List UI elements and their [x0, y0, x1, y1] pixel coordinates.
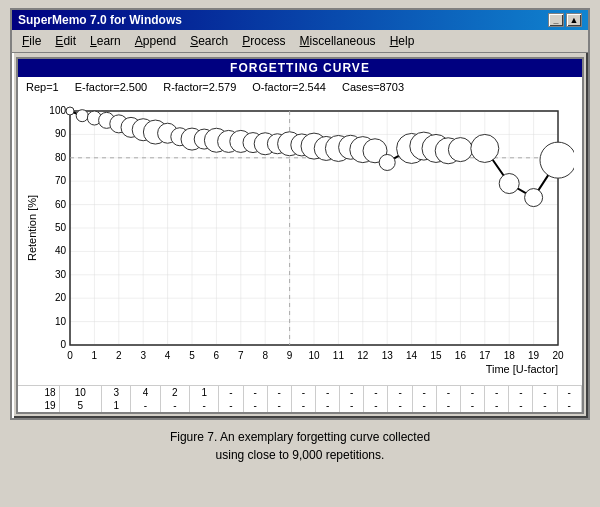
menu-append[interactable]: Append: [129, 32, 182, 50]
table-cell: -: [340, 399, 364, 412]
chart-data-table: 18103421---------------1951-------------…: [18, 385, 582, 412]
table-cell: -: [291, 399, 315, 412]
table-cell: -: [364, 399, 388, 412]
chart-area: [18, 97, 582, 385]
table-cell: -: [340, 386, 364, 399]
menu-bar: File Edit Learn Append Search Process Mi…: [12, 30, 588, 53]
table-cell: -: [509, 386, 533, 399]
menu-process[interactable]: Process: [236, 32, 291, 50]
menu-search[interactable]: Search: [184, 32, 234, 50]
stat-cases: Cases=8703: [342, 81, 404, 93]
table-cell: -: [460, 399, 484, 412]
table-cell: -: [291, 386, 315, 399]
table-cell: -: [267, 399, 291, 412]
table-cell: 1: [102, 399, 131, 412]
title-bar-buttons: _ ▲: [548, 13, 582, 27]
table-cell: -: [243, 386, 267, 399]
menu-edit[interactable]: Edit: [49, 32, 82, 50]
menu-miscellaneous[interactable]: Miscellaneous: [294, 32, 382, 50]
chart-window: FORGETTING CURVE Rep=1 E-factor=2.500 R-…: [16, 57, 584, 414]
menu-help[interactable]: Help: [384, 32, 421, 50]
window-title: SuperMemo 7.0 for Windows: [18, 13, 182, 27]
table-cell: 19: [18, 399, 59, 412]
forgetting-curve-chart: [26, 101, 574, 381]
table-cell: 10: [59, 386, 101, 399]
table-cell: -: [316, 386, 340, 399]
table-cell: -: [533, 386, 557, 399]
table-cell: -: [219, 399, 243, 412]
table-cell: -: [316, 399, 340, 412]
table-cell: 18: [18, 386, 59, 399]
table-cell: -: [460, 386, 484, 399]
table-cell: -: [131, 399, 160, 412]
stat-rfactor: R-factor=2.579: [163, 81, 236, 93]
table-cell: -: [509, 399, 533, 412]
minimize-button[interactable]: _: [548, 13, 564, 27]
table-cell: -: [557, 399, 581, 412]
table-cell: 1: [190, 386, 219, 399]
table-cell: -: [160, 399, 189, 412]
table-cell: -: [485, 386, 509, 399]
chart-stats: Rep=1 E-factor=2.500 R-factor=2.579 O-fa…: [18, 77, 582, 97]
table-cell: 4: [131, 386, 160, 399]
stat-ofactor: O-factor=2.544: [252, 81, 326, 93]
stat-rep: Rep=1: [26, 81, 59, 93]
figure-caption: Figure 7. An exemplary forgetting curve …: [170, 428, 430, 464]
table-cell: 5: [59, 399, 101, 412]
stat-efactor: E-factor=2.500: [75, 81, 147, 93]
main-window: SuperMemo 7.0 for Windows _ ▲ File Edit …: [10, 8, 590, 420]
menu-file[interactable]: File: [16, 32, 47, 50]
table-cell: 3: [102, 386, 131, 399]
table-cell: -: [412, 386, 436, 399]
table-cell: -: [557, 386, 581, 399]
chart-title: FORGETTING CURVE: [18, 59, 582, 77]
table-cell: -: [485, 399, 509, 412]
table-cell: -: [190, 399, 219, 412]
table-cell: -: [219, 386, 243, 399]
table-cell: -: [364, 386, 388, 399]
maximize-button[interactable]: ▲: [566, 13, 582, 27]
table-cell: -: [388, 386, 412, 399]
table-cell: -: [412, 399, 436, 412]
title-bar: SuperMemo 7.0 for Windows _ ▲: [12, 10, 588, 30]
menu-learn[interactable]: Learn: [84, 32, 127, 50]
table-cell: -: [533, 399, 557, 412]
table-cell: -: [436, 399, 460, 412]
table-cell: -: [436, 386, 460, 399]
table-cell: 2: [160, 386, 189, 399]
table-cell: -: [243, 399, 267, 412]
table-cell: -: [388, 399, 412, 412]
table-cell: -: [267, 386, 291, 399]
